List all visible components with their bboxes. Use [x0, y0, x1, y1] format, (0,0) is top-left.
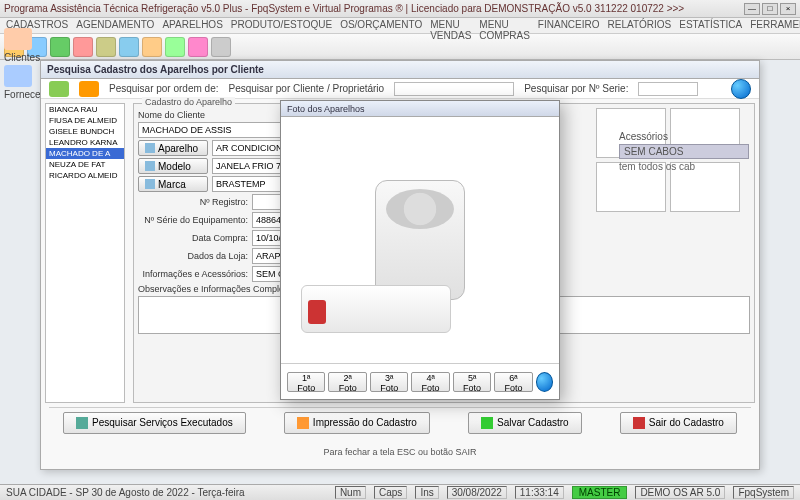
- status-master: MASTER: [572, 486, 628, 499]
- edit-icon[interactable]: [79, 81, 99, 97]
- status-city: SUA CIDADE - SP 30 de Agosto de 2022 - T…: [6, 487, 245, 498]
- minimize-button[interactable]: —: [744, 3, 760, 15]
- status-ins: Ins: [415, 486, 438, 499]
- menu-item[interactable]: ESTATÍSTICA: [679, 19, 742, 32]
- menu-item[interactable]: PRODUTO/ESTOQUE: [231, 19, 332, 32]
- aparelho-button[interactable]: Aparelho: [138, 140, 208, 156]
- marca-button[interactable]: Marca: [138, 176, 208, 192]
- datacompra-label: Data Compra:: [138, 233, 248, 243]
- acessorios-row: tem todos os cab: [619, 161, 749, 172]
- menu-item[interactable]: FERRAMENTAS: [750, 19, 800, 32]
- foto-1-button[interactable]: 1ª Foto: [287, 372, 325, 392]
- foto-3-button[interactable]: 3ª Foto: [370, 372, 408, 392]
- window-title: Programa Assistência Técnica Refrigeraçã…: [4, 3, 744, 14]
- photo-canvas: [281, 117, 559, 363]
- list-item[interactable]: GISELE BUNDCH: [46, 126, 124, 137]
- search-serial-label: Pesquisar por Nº Serie:: [524, 83, 628, 94]
- client-list[interactable]: BIANCA RAU FIUSA DE ALMEID GISELE BUNDCH…: [45, 103, 125, 403]
- toolbar-icon[interactable]: [142, 37, 162, 57]
- foto-6-button[interactable]: 6ª Foto: [494, 372, 532, 392]
- menu-item[interactable]: RELATÓRIOS: [608, 19, 672, 32]
- list-item[interactable]: LEANDRO KARNA: [46, 137, 124, 148]
- foto-4-button[interactable]: 4ª Foto: [411, 372, 449, 392]
- ac-indoor-image: [301, 285, 451, 333]
- toolbar-icon[interactable]: [119, 37, 139, 57]
- list-item[interactable]: MACHADO DE A: [46, 148, 124, 159]
- list-item[interactable]: BIANCA RAU: [46, 104, 124, 115]
- foto-2-button[interactable]: 2ª Foto: [328, 372, 366, 392]
- toolbar-icon[interactable]: [96, 37, 116, 57]
- status-demo: DEMO OS AR 5.0: [635, 486, 725, 499]
- status-time: 11:33:14: [515, 486, 564, 499]
- status-caps: Caps: [374, 486, 407, 499]
- acessorios-label: Acessórios: [619, 131, 749, 142]
- info-label: Informações e Acessórios:: [138, 269, 248, 279]
- search-serial-input[interactable]: [638, 82, 698, 96]
- menu-item[interactable]: OS/ORÇAMENTO: [340, 19, 422, 32]
- new-icon[interactable]: [49, 81, 69, 97]
- menu-item[interactable]: AGENDAMENTO: [76, 19, 154, 32]
- photo-modal: Foto dos Aparelhos 1ª Foto 2ª Foto 3ª Fo…: [280, 100, 560, 400]
- sair-button[interactable]: Sair do Cadastro: [620, 412, 737, 434]
- registro-label: Nº Registro:: [138, 197, 248, 207]
- clientes-label: Clientes: [4, 52, 36, 63]
- toolbar-icon[interactable]: [211, 37, 231, 57]
- panel-title: Pesquisa Cadastro dos Aparelhos por Clie…: [47, 64, 264, 75]
- menu-item[interactable]: MENU VENDAS: [430, 19, 471, 32]
- close-button[interactable]: ×: [780, 3, 796, 15]
- toolbar-icon[interactable]: [50, 37, 70, 57]
- nome-cliente-label: Nome do Cliente: [138, 110, 205, 120]
- toolbar-icon[interactable]: [188, 37, 208, 57]
- search-owner-input[interactable]: [394, 82, 514, 96]
- menu-item[interactable]: FINANCEIRO: [538, 19, 600, 32]
- menu-item[interactable]: MENU COMPRAS: [479, 19, 530, 32]
- acessorios-value: SEM CABOS: [619, 144, 749, 159]
- status-date: 30/08/2022: [447, 486, 507, 499]
- search-label: Pesquisar por ordem de:: [109, 83, 219, 94]
- list-item[interactable]: RICARDO ALMEID: [46, 170, 124, 181]
- status-num: Num: [335, 486, 366, 499]
- toolbar-icon[interactable]: [165, 37, 185, 57]
- fornece-label: Fornece: [4, 89, 36, 100]
- modelo-button[interactable]: Modelo: [138, 158, 208, 174]
- loja-label: Dados da Loja:: [138, 251, 248, 261]
- statusbar: SUA CIDADE - SP 30 de Agosto de 2022 - T…: [0, 484, 800, 500]
- maximize-button[interactable]: □: [762, 3, 778, 15]
- search-owner-label: Pesquisar por Cliente / Proprietário: [229, 83, 385, 94]
- serie-label: Nº Série do Equipamento:: [138, 215, 248, 225]
- ac-outdoor-image: [375, 180, 465, 300]
- salvar-button[interactable]: Salvar Cadastro: [468, 412, 582, 434]
- clientes-icon[interactable]: [4, 28, 32, 50]
- hint-text: Para fechar a tela ESC ou botão SAIR: [41, 447, 759, 457]
- form-legend: Cadastro do Aparelho: [142, 97, 235, 107]
- photo-go-icon[interactable]: [536, 372, 553, 392]
- list-item[interactable]: FIUSA DE ALMEID: [46, 115, 124, 126]
- menubar: CADASTROS AGENDAMENTO APARELHOS PRODUTO/…: [0, 18, 800, 34]
- list-item[interactable]: NEUZA DE FAT: [46, 159, 124, 170]
- toolbar-icon[interactable]: [73, 37, 93, 57]
- impress-button[interactable]: Impressão do Cadastro: [284, 412, 430, 434]
- status-fpq: FpqSystem: [733, 486, 794, 499]
- fornece-icon[interactable]: [4, 65, 32, 87]
- servicos-button[interactable]: Pesquisar Serviços Executados: [63, 412, 246, 434]
- acessorios-panel: Acessórios SEM CABOS tem todos os cab: [619, 131, 749, 172]
- foto-5-button[interactable]: 5ª Foto: [453, 372, 491, 392]
- photo-modal-title: Foto dos Aparelhos: [281, 101, 559, 117]
- main-toolbar: [0, 34, 800, 60]
- menu-item[interactable]: APARELHOS: [162, 19, 222, 32]
- search-go-icon[interactable]: [731, 79, 751, 99]
